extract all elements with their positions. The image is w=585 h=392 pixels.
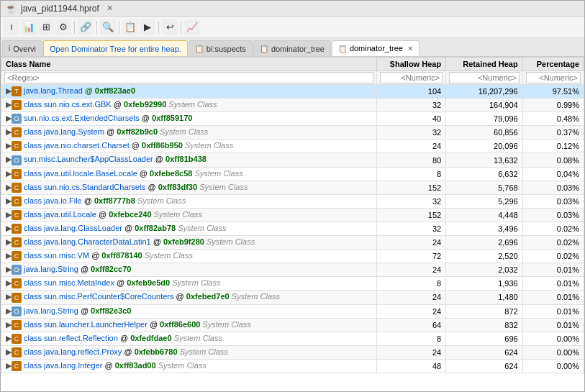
title-bar: ☕ java_pid11944.hprof ✕ [1,1,584,17]
expand-arrow[interactable]: ▶ [6,278,12,288]
tab-suspects[interactable]: 📋 bi:suspects [189,40,253,56]
table-row[interactable]: ▶Ojava.lang.String @ 0xff82cc70 24 2,032… [1,263,584,277]
tab-overview[interactable]: i Overvi [2,40,42,56]
table-row[interactable]: ▶Cclass java.lang.reflect.Proxy @ 0xfebb… [1,345,584,359]
table-row[interactable]: ▶Tjava.lang.Thread @ 0xff823ae0 104 16,2… [1,85,584,99]
filter-shallow-input[interactable] [380,72,443,83]
cell-retained: 4,448 [446,208,523,222]
expand-arrow[interactable]: ▶ [6,114,12,123]
table-row[interactable]: ▶Cclass sun.nio.cs.StandardCharsets @ 0x… [1,181,584,194]
table-row[interactable]: ▶Cclass java.util.locale.BaseLocale @ 0x… [1,167,584,181]
table-row[interactable]: ▶Cclass sun.misc.PerfCounter$CoreCounter… [1,291,584,304]
filter-shallow-cell[interactable] [377,71,446,85]
col-header-shallow[interactable]: Shallow Heap [377,58,446,71]
cell-retained: 6,632 [446,167,523,181]
filter-retained-input[interactable] [449,72,520,83]
expand-arrow[interactable]: ▶ [6,237,12,247]
cell-pct: 0.03% [522,208,584,222]
expand-arrow[interactable]: ▶ [6,183,12,192]
table-container[interactable]: Class Name Shallow Heap Retained Heap Pe… [1,57,584,391]
table-row[interactable]: ▶Cclass sun.misc.VM @ 0xff878140 System … [1,250,584,263]
table-row[interactable]: ▶Osun.misc.Launcher$AppClassLoader @ 0xf… [1,153,584,167]
expand-arrow[interactable]: ▶ [6,86,12,96]
filter-retained-cell[interactable] [446,71,523,85]
expand-arrow[interactable]: ▶ [6,347,12,357]
search-button[interactable]: 🔍 [100,19,116,35]
filter-class-input[interactable] [4,72,373,83]
title-text: java_pid11944.hprof [21,4,99,14]
cell-shallow: 24 [377,291,446,304]
table-row[interactable]: ▶Cclass java.lang.System @ 0xff82b9c0 Sy… [1,126,584,140]
col-header-pct[interactable]: Percentage [522,58,584,71]
table-row[interactable]: ▶Cclass java.lang.CharacterDataLatin1 @ … [1,236,584,250]
table-row[interactable]: ▶Cclass java.lang.Integer @ 0xff83ad00 S… [1,359,584,373]
expand-arrow[interactable]: ▶ [6,292,12,301]
expand-arrow[interactable]: ▶ [6,155,12,164]
cell-retained: 2,520 [446,250,523,263]
settings-button[interactable]: ⚙ [55,19,71,35]
table-row[interactable]: ▶Cclass sun.reflect.Reflection @ 0xfedfd… [1,332,584,345]
expand-arrow[interactable]: ▶ [6,141,12,150]
expand-arrow[interactable]: ▶ [6,224,12,233]
table-row[interactable]: ▶Osun.nio.cs.ext.ExtendedCharsets @ 0xff… [1,112,584,126]
info-button[interactable]: i [4,19,19,35]
expand-arrow[interactable]: ▶ [6,320,12,329]
stats-button[interactable]: 📈 [184,19,200,35]
cell-class: ▶Cclass java.io.File @ 0xff8777b8 System… [1,194,377,208]
grid-button[interactable]: ⊞ [38,19,54,35]
cell-class: ▶Cclass sun.misc.PerfCounter$CoreCounter… [1,291,377,304]
table-row[interactable]: ▶Cclass sun.nio.cs.ext.GBK @ 0xfeb92990 … [1,99,584,112]
expand-arrow[interactable]: ▶ [6,100,12,109]
cell-shallow: 152 [377,208,446,222]
expand-arrow[interactable]: ▶ [6,361,12,370]
col-header-class[interactable]: Class Name [1,58,377,71]
expand-arrow[interactable]: ▶ [6,306,12,316]
table-row[interactable]: ▶Cclass java.io.File @ 0xff8777b8 System… [1,194,584,208]
filter-pct-cell[interactable] [522,71,584,85]
title-icon: ☕ [5,3,17,14]
tab-dominator2-label: dominator_tree [350,44,403,53]
filter-row [1,71,584,85]
cell-pct: 0.02% [522,250,584,263]
link-button[interactable]: 🔗 [78,19,94,35]
cell-shallow: 8 [377,332,446,345]
expand-arrow[interactable]: ▶ [6,265,12,274]
tab-dom2-icon: 📋 [338,45,347,53]
clipboard-button[interactable]: 📋 [122,19,138,35]
sep2 [96,21,97,34]
cell-pct: 0.12% [522,140,584,153]
cell-pct: 0.02% [522,222,584,235]
table-row[interactable]: ▶Cclass java.lang.ClassLoader @ 0xff82ab… [1,222,584,235]
filter-pct-input[interactable] [526,72,581,83]
table-row[interactable]: ▶Cclass java.util.Locale @ 0xfebce240 Sy… [1,208,584,222]
expand-arrow[interactable]: ▶ [6,127,12,137]
expand-arrow[interactable]: ▶ [6,196,12,206]
cell-class: ▶Cclass java.lang.ClassLoader @ 0xff82ab… [1,222,377,235]
tab-open-dominator-hint[interactable]: Open Dominator Tree for entire heap. [43,40,188,56]
tab-dominator2-close[interactable]: ✕ [407,45,413,53]
play-button[interactable]: ▶ [140,19,155,35]
table-row[interactable]: ▶Cclass sun.launcher.LauncherHelper @ 0x… [1,318,584,332]
tab-dominator1[interactable]: 📋 dominator_tree [253,40,331,56]
chart-button[interactable]: 📊 [21,19,37,35]
cell-pct: 0.01% [522,277,584,291]
cell-class: ▶Cclass sun.nio.cs.ext.GBK @ 0xfeb92990 … [1,99,377,112]
cell-retained: 5,768 [446,181,523,194]
cell-class: ▶Cclass sun.nio.cs.StandardCharsets @ 0x… [1,181,377,194]
col-header-retained[interactable]: Retained Heap [446,58,523,71]
expand-arrow[interactable]: ▶ [6,334,12,343]
expand-arrow[interactable]: ▶ [6,251,12,260]
cell-retained: 3,496 [446,222,523,235]
tab-dominator2[interactable]: 📋 dominator_tree ✕ [332,40,420,56]
expand-arrow[interactable]: ▶ [6,210,12,219]
table-row[interactable]: ▶Cclass sun.misc.MetaIndex @ 0xfeb9e5d0 … [1,277,584,291]
expand-arrow[interactable]: ▶ [6,169,12,178]
table-row[interactable]: ▶Cclass java.nio.charset.Charset @ 0xff8… [1,140,584,153]
cell-pct: 97.51% [522,85,584,99]
table-body: ▶Tjava.lang.Thread @ 0xff823ae0 104 16,2… [1,85,584,373]
table-row[interactable]: ▶Ojava.lang.String @ 0xff82e3c0 24 872 0… [1,304,584,318]
undo-button[interactable]: ↩ [162,19,178,35]
filter-class-cell[interactable] [1,71,377,85]
cell-retained: 2,032 [446,263,523,277]
title-close-button[interactable]: ✕ [106,4,113,13]
